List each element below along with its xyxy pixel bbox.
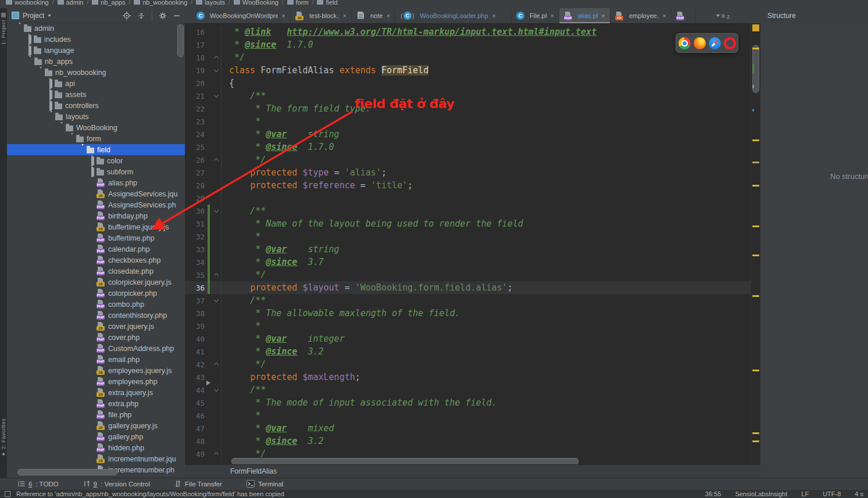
tree-expand-arrow[interactable]: [49, 113, 53, 121]
fold-end-icon[interactable]: [214, 452, 219, 457]
tab-woobookingloader-php[interactable]: (C)WooBookingLoader.php×: [395, 8, 512, 23]
breadcrumb-item[interactable]: form: [287, 0, 309, 6]
close-icon[interactable]: ×: [343, 12, 347, 19]
toolwindow-button-todo[interactable]: 6: TODO: [17, 480, 59, 489]
file-encoding[interactable]: UTF-8: [823, 490, 841, 497]
tree-collapse-arrow[interactable]: [49, 80, 52, 88]
close-icon[interactable]: ×: [387, 12, 390, 19]
breadcrumb-item[interactable]: field: [317, 0, 337, 6]
tree-item-subform[interactable]: subform: [7, 166, 185, 177]
hide-panel-icon[interactable]: [173, 12, 180, 20]
tab-test-block-js[interactable]: JStest-block.js×: [291, 8, 352, 23]
tree-item-admin[interactable]: admin: [7, 23, 185, 34]
tree-item-extra-php[interactable]: PHPextra.php: [7, 398, 185, 409]
tree-item-employees-php[interactable]: PHPemployees.php: [7, 376, 185, 387]
close-icon[interactable]: ×: [282, 12, 285, 19]
tree-item-api[interactable]: api: [7, 78, 185, 89]
fold-end-icon[interactable]: [214, 56, 219, 60]
tree-item-employees-jquery-js[interactable]: JSemployees.jquery.js: [7, 365, 185, 376]
tree-item-combo-php[interactable]: PHPcombo.php: [7, 299, 185, 310]
fold-start-icon[interactable]: [214, 93, 219, 98]
tab-em[interactable]: PHPem: [671, 8, 696, 23]
opera-browser-icon[interactable]: [724, 37, 736, 49]
tree-item-customaddress-php[interactable]: PHPCustomAddress.php: [7, 343, 185, 354]
close-icon[interactable]: ×: [492, 12, 496, 19]
tree-item-controllers[interactable]: controllers: [7, 100, 185, 111]
caret-position[interactable]: 36:55: [705, 490, 721, 497]
tree-item-buffertime-php[interactable]: PHPbuffertime.php: [7, 232, 185, 243]
tree-item-contenthistory-php[interactable]: PHPcontenthistory.php: [7, 310, 185, 321]
tree-item-language[interactable]: language: [7, 45, 185, 56]
tree-expand-arrow[interactable]: [18, 24, 22, 33]
editor-breadcrumb-class[interactable]: FormFieldAlias: [230, 467, 277, 475]
toolwindow-button-favorites[interactable]: 2: Favorites ★: [0, 418, 7, 457]
tree-item-gallery-php[interactable]: PHPgallery.php: [7, 431, 185, 442]
tree-item-cover-php[interactable]: PHPcover.php: [7, 332, 185, 343]
tree-item-closedate-php[interactable]: PHPclosedate.php: [7, 266, 185, 277]
tree-expand-arrow[interactable]: [28, 58, 32, 66]
tree-item-nb-woobooking[interactable]: nb_woobooking: [7, 67, 185, 78]
hidden-tabs-dropdown[interactable]: ≡ 2: [716, 8, 730, 23]
indent-setting[interactable]: 4 s: [855, 490, 863, 497]
tree-expand-arrow[interactable]: [39, 69, 42, 77]
tree-item-calendar-php[interactable]: PHPcalendar.php: [7, 243, 185, 255]
project-vertical-scrollbar[interactable]: [177, 24, 184, 57]
toolwindow-button-version-control[interactable]: 9: Version Control: [83, 480, 150, 489]
tree-item-woobooking[interactable]: WooBooking: [7, 122, 185, 133]
tree-item-includes[interactable]: includes: [7, 34, 185, 45]
tree-collapse-arrow[interactable]: [49, 102, 52, 110]
tree-item-birthday-php[interactable]: PHPbirthday.php: [7, 210, 185, 221]
tree-item-nb-apps[interactable]: nb_apps: [7, 56, 185, 67]
structure-panel-title[interactable]: Structure: [767, 12, 796, 20]
tree-item-color[interactable]: color: [7, 155, 185, 166]
fold-end-icon[interactable]: [214, 273, 219, 278]
tree-item-colorpicker-jquery-js[interactable]: JScolorpicker.jquery.js: [7, 277, 185, 288]
fold-end-icon[interactable]: [214, 158, 219, 163]
toolwindow-button-terminal[interactable]: Terminal: [247, 480, 283, 489]
tab-woobookingonwordpress-php[interactable]: CWooBookingOnWordpress.php×: [192, 8, 291, 23]
gear-icon[interactable]: [159, 12, 167, 20]
tree-item-gallery-jquery-js[interactable]: JSgallery.jquery.js: [7, 420, 185, 431]
breadcrumb-item[interactable]: layouts: [196, 0, 225, 6]
toolwindow-toggle-icon[interactable]: [5, 491, 10, 497]
tree-item-extra-jquery-js[interactable]: JSextra.jquery.js: [7, 387, 185, 398]
tree-expand-arrow[interactable]: [70, 135, 74, 143]
tree-item-assignedservices-jqu[interactable]: JSAssignedServices.jqu: [7, 188, 185, 199]
fold-start-icon[interactable]: [214, 387, 219, 392]
tree-expand-arrow[interactable]: [81, 146, 84, 154]
chevron-down-icon[interactable]: [48, 15, 51, 17]
breadcrumb-item[interactable]: nb_woobooking: [134, 0, 187, 6]
locate-file-icon[interactable]: [123, 12, 131, 20]
tree-item-alias-php[interactable]: PHPalias.php: [7, 177, 185, 188]
tree-item-form[interactable]: form: [7, 133, 185, 144]
tab-note-txt[interactable]: note.txt×: [352, 8, 395, 23]
tab-file-php[interactable]: CFile.php×: [512, 8, 559, 23]
tree-item-checkboxes-php[interactable]: PHPcheckboxes.php: [7, 255, 185, 266]
tree-collapse-arrow[interactable]: [91, 157, 94, 165]
tree-collapse-arrow[interactable]: [49, 91, 52, 99]
breadcrumb-item[interactable]: woobooking: [6, 0, 49, 6]
firefox-browser-icon[interactable]: [694, 37, 706, 49]
fold-start-icon[interactable]: [214, 67, 219, 72]
safari-browser-icon[interactable]: [709, 37, 721, 49]
tree-item-colorpicker-php[interactable]: PHPcolorpicker.php: [7, 288, 185, 299]
tree-item-file-php[interactable]: PHPfile.php: [7, 409, 185, 420]
toolwindow-button-file-transfer[interactable]: File Transfer: [174, 480, 222, 489]
close-icon[interactable]: ×: [551, 12, 554, 19]
tree-collapse-arrow[interactable]: [28, 46, 31, 55]
tree-item-incrementnumber-jqu[interactable]: JSincrementnumber.jqu: [7, 453, 185, 464]
tree-item-layouts[interactable]: layouts: [7, 111, 185, 122]
breadcrumb-item[interactable]: WooBooking: [234, 0, 278, 6]
tree-item-field[interactable]: field: [7, 144, 185, 155]
breadcrumb-item[interactable]: admin: [58, 0, 84, 6]
inspection-profile[interactable]: SensioLabsInsight: [735, 490, 787, 497]
breadcrumb-item[interactable]: nb_apps: [92, 0, 125, 6]
chrome-browser-icon[interactable]: [678, 37, 691, 49]
project-panel-title[interactable]: Project: [23, 12, 44, 20]
tree-item-assignedservices-ph[interactable]: PHPAssignedServices.ph: [7, 199, 185, 210]
close-icon[interactable]: ×: [602, 12, 605, 19]
fold-end-icon[interactable]: [214, 363, 219, 367]
close-icon[interactable]: ×: [663, 12, 666, 19]
line-ending[interactable]: LF: [801, 490, 809, 497]
toolwindow-button-project[interactable]: 1: Project: [0, 13, 7, 45]
